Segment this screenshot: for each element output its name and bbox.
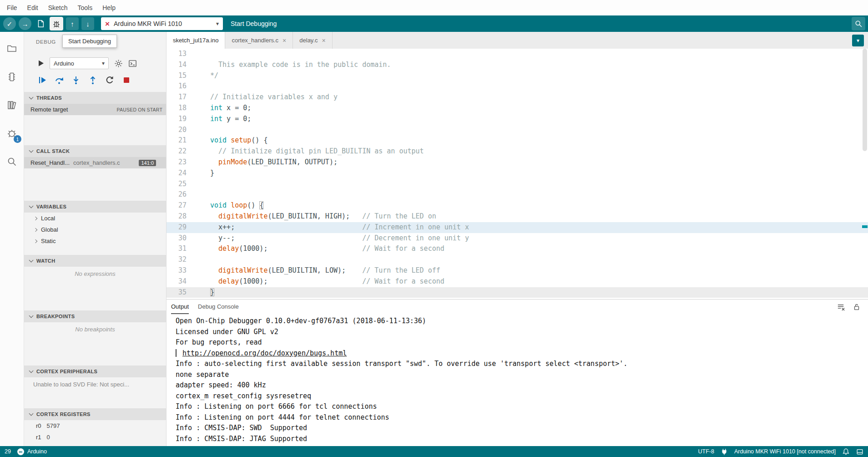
step-into-button[interactable] — [71, 76, 81, 85]
sidebar-item-library-manager[interactable] — [4, 97, 20, 113]
debug-button[interactable] — [50, 17, 63, 30]
code-line[interactable]: 31 delay(1000); // Wait for a second — [167, 244, 868, 254]
step-out-button[interactable] — [88, 76, 97, 85]
chevron-down-icon: ▾ — [102, 60, 105, 66]
menu-item-tools[interactable]: Tools — [73, 0, 98, 15]
code-line[interactable]: 25 — [167, 179, 868, 190]
code-line[interactable]: 23 pinMode(LED_BUILTIN, OUTPUT); — [167, 157, 868, 168]
code-line[interactable]: 24} — [167, 168, 868, 179]
thread-row[interactable]: Remote target PAUSED ON START — [24, 104, 166, 115]
close-icon[interactable]: × — [322, 37, 326, 44]
code-line[interactable]: 32 — [167, 254, 868, 265]
code-line[interactable]: 29 x++; // Increment in one unit x — [167, 222, 868, 233]
code-line[interactable]: 17// Initialize variables x and y — [167, 92, 868, 103]
variables-scope-global[interactable]: Global — [24, 224, 166, 235]
variables-scope-static[interactable]: Static — [24, 235, 166, 247]
code-line[interactable]: 21void setup() { — [167, 135, 868, 146]
stop-button[interactable] — [122, 76, 131, 85]
gear-button[interactable] — [114, 59, 123, 68]
chevron-right-icon — [34, 239, 37, 243]
code-line[interactable]: 27void loop() { — [167, 200, 868, 211]
chevron-down-icon — [29, 369, 34, 373]
close-icon[interactable]: × — [283, 37, 286, 44]
watch-header[interactable]: WATCH — [24, 255, 166, 267]
tab-cortex_handlers.c[interactable]: cortex_handlers.c× — [225, 32, 293, 49]
menu-item-file[interactable]: File — [2, 0, 22, 15]
board-status[interactable]: Arduino MKR WiFi 1010 [not connected] — [734, 448, 836, 455]
sidebar-item-debug[interactable]: 1 — [4, 126, 20, 141]
register-row-r0[interactable]: r05797 — [24, 420, 166, 432]
tab-sketch_jul17a.ino[interactable]: sketch_jul17a.ino — [167, 32, 225, 49]
breakpoints-header[interactable]: BREAKPOINTS — [24, 310, 166, 322]
menu-item-help[interactable]: Help — [97, 0, 121, 15]
search-button[interactable] — [852, 17, 865, 30]
code-line[interactable]: 34 delay(1000); // Wait for a second — [167, 276, 868, 287]
scrollbar-thumb[interactable] — [863, 49, 867, 151]
debug-console-button[interactable] — [128, 59, 137, 68]
sidebar-item-boards-manager[interactable] — [4, 69, 20, 85]
open-button[interactable]: ↑ — [66, 17, 79, 30]
board-selector[interactable]: × Arduino MKR WiFi 1010 ▾ — [101, 17, 223, 30]
register-name: r1 — [36, 434, 41, 441]
code-line[interactable]: 20 — [167, 125, 868, 136]
code-line[interactable]: 30 y--; // Decrement in one unit y — [167, 233, 868, 244]
chevron-down-icon — [29, 411, 34, 416]
call-stack-section: CALL STACK Reset_Handl... cortex_handler… — [24, 145, 166, 168]
save-button[interactable]: ↓ — [81, 17, 94, 30]
code-line[interactable]: 33 digitalWrite(LED_BUILTIN, LOW); // Tu… — [167, 265, 868, 276]
clear-output-button[interactable] — [837, 303, 845, 311]
debug-config-select[interactable]: Arduino ▾ — [50, 57, 109, 69]
code-line[interactable]: 15*/ — [167, 71, 868, 81]
call-stack-frame-row[interactable]: Reset_Handl... cortex_handlers.c 141:0 — [24, 157, 166, 168]
registers-list: r05797r10 — [24, 420, 166, 443]
verify-button[interactable]: ✓ — [3, 17, 16, 30]
cortex-peripherals-header[interactable]: CORTEX PERIPHERALS — [24, 366, 166, 377]
status-brand[interactable]: ∞ Arduino — [17, 448, 47, 455]
code-line[interactable]: 19int y = 0; — [167, 114, 868, 125]
variables-header[interactable]: VARIABLES — [24, 201, 166, 213]
code-line[interactable]: 28 digitalWrite(LED_BUILTIN, HIGH); // T… — [167, 211, 868, 222]
step-over-button[interactable] — [55, 76, 64, 85]
code-line[interactable]: 26 — [167, 189, 868, 200]
tab-delay.c[interactable]: delay.c× — [293, 32, 332, 49]
bell-icon[interactable] — [843, 448, 849, 455]
sidebar-item-search[interactable] — [4, 154, 20, 169]
brand-label: Arduino — [27, 448, 47, 455]
menu-item-edit[interactable]: Edit — [22, 0, 43, 15]
threads-header[interactable]: THREADS — [24, 92, 166, 104]
panel-tab-debug-console[interactable]: Debug Console — [198, 300, 239, 314]
debug-controls — [38, 76, 131, 85]
continue-button[interactable] — [38, 76, 47, 85]
editor-scrollbar[interactable] — [862, 49, 868, 299]
code-line[interactable]: 22 // Initialize digital pin LED_BUILTIN… — [167, 146, 868, 157]
restart-button[interactable] — [105, 76, 114, 85]
code-line[interactable]: 18int x = 0; — [167, 103, 868, 114]
register-row-r1[interactable]: r10 — [24, 432, 166, 443]
call-stack-header[interactable]: CALL STACK — [24, 145, 166, 157]
tab-list-dropdown-button[interactable]: ▾ — [852, 35, 864, 46]
menu-item-sketch[interactable]: Sketch — [43, 0, 73, 15]
code-text: void loop() { — [210, 200, 263, 211]
status-count[interactable]: 29 — [5, 448, 11, 455]
sidebar-item-sketchbook[interactable] — [4, 41, 20, 56]
play-icon[interactable] — [38, 60, 44, 67]
new-sketch-button[interactable] — [34, 17, 47, 30]
section-title: CORTEX PERIPHERALS — [36, 369, 97, 374]
line-number: 34 — [167, 276, 210, 287]
variables-scope-local[interactable]: Local — [24, 213, 166, 224]
code-line[interactable]: 13 — [167, 49, 868, 60]
panel-toggle-icon[interactable] — [856, 448, 863, 455]
code-line[interactable]: 35} — [167, 287, 868, 298]
cortex-registers-header[interactable]: CORTEX REGISTERS — [24, 408, 166, 420]
encoding-indicator[interactable]: UTF-8 — [698, 448, 714, 455]
code-text: } — [210, 287, 214, 298]
console-link[interactable]: http://openocd.org/doc/doxygen/bugs.html — [182, 349, 347, 357]
terminal-icon — [128, 59, 137, 68]
code-editor[interactable]: 1314 This example code is in the public … — [167, 49, 868, 299]
code-line[interactable]: 16 — [167, 81, 868, 92]
code-line[interactable]: 14 This example code is in the public do… — [167, 60, 868, 71]
panel-tab-output[interactable]: Output — [171, 300, 189, 314]
code-text: */ — [210, 71, 218, 81]
scroll-lock-button[interactable] — [853, 303, 861, 311]
upload-button[interactable]: → — [19, 17, 31, 30]
